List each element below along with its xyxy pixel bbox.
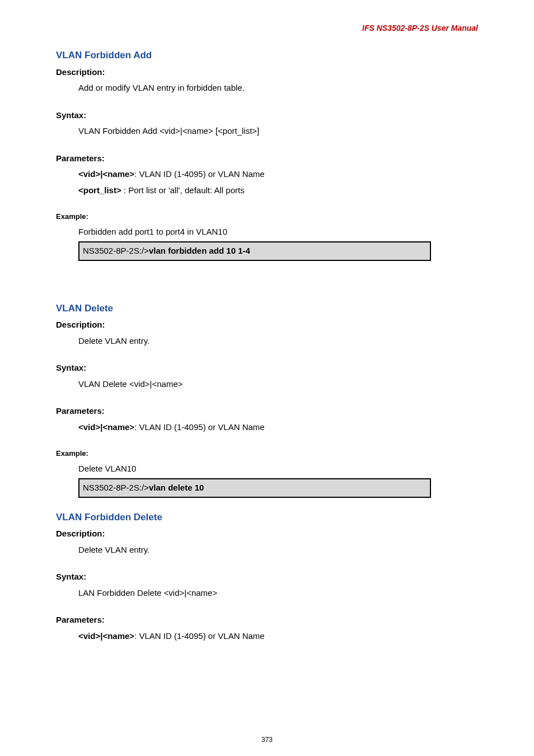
code-prompt: NS3502-8P-2S:/> (83, 483, 149, 492)
example-label: Example: (56, 211, 478, 222)
parameter-desc: : VLAN ID (1-4095) or VLAN Name (134, 631, 265, 641)
parameter-desc: : VLAN ID (1-4095) or VLAN Name (134, 169, 265, 179)
section-heading-vlan-forbidden-delete: VLAN Forbidden Delete (56, 510, 478, 525)
parameter-key: <vid>|<name> (78, 422, 134, 432)
description-text: Delete VLAN entry. (78, 335, 478, 348)
section-heading-vlan-delete: VLAN Delete (56, 301, 478, 316)
description-text: Delete VLAN entry. (78, 544, 478, 557)
syntax-label: Syntax: (56, 362, 478, 375)
description-label: Description: (56, 528, 478, 540)
parameter-row: <vid>|<name>: VLAN ID (1-4095) or VLAN N… (78, 630, 478, 643)
syntax-label: Syntax: (56, 571, 478, 584)
code-box: NS3502-8P-2S:/>vlan delete 10 (78, 478, 431, 498)
parameters-label: Parameters: (56, 152, 478, 165)
syntax-text: LAN Forbidden Delete <vid>|<name> (78, 587, 478, 600)
code-prompt: NS3502-8P-2S:/> (83, 246, 149, 255)
syntax-text: VLAN Forbidden Add <vid>|<name> [<port_l… (78, 125, 478, 138)
parameter-desc: : Port list or 'all', default: All ports (121, 185, 245, 195)
example-label: Example: (56, 448, 478, 459)
code-box: NS3502-8P-2S:/>vlan forbidden add 10 1-4 (78, 241, 431, 261)
description-text: Add or modify VLAN entry in forbidden ta… (78, 82, 478, 95)
parameter-key: <port_list> (78, 185, 121, 195)
parameter-desc: : VLAN ID (1-4095) or VLAN Name (134, 422, 265, 432)
parameter-row: <vid>|<name>: VLAN ID (1-4095) or VLAN N… (78, 168, 478, 181)
parameter-row: <vid>|<name>: VLAN ID (1-4095) or VLAN N… (78, 421, 478, 434)
description-label: Description: (56, 319, 478, 332)
parameter-row: <port_list> : Port list or 'all', defaul… (78, 184, 478, 197)
code-command: vlan delete 10 (149, 483, 204, 492)
section-heading-vlan-forbidden-add: VLAN Forbidden Add (56, 48, 478, 63)
parameter-key: <vid>|<name> (78, 631, 134, 641)
parameters-label: Parameters: (56, 405, 478, 418)
parameters-label: Parameters: (56, 614, 478, 627)
syntax-label: Syntax: (56, 109, 478, 122)
document-header: IFS NS3502-8P-2S User Manual (56, 22, 478, 34)
code-command: vlan forbidden add 10 1-4 (149, 246, 250, 255)
description-label: Description: (56, 66, 478, 79)
example-text: Forbidden add port1 to port4 in VLAN10 (78, 226, 478, 239)
example-text: Delete VLAN10 (78, 463, 478, 475)
parameter-key: <vid>|<name> (78, 169, 134, 179)
page-number: 373 (0, 735, 534, 745)
syntax-text: VLAN Delete <vid>|<name> (78, 378, 478, 391)
